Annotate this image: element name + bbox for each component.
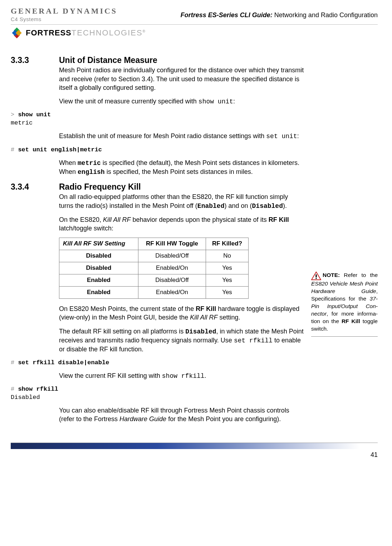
section-number: 3.3.4 [11,181,52,192]
body-text: View the unit of measure currently speci… [59,97,304,106]
body-text: You can also enable/disable RF kill thro… [59,406,304,424]
table-header-row: Kill All RF SW Setting RF Kill HW Toggle… [59,238,249,250]
body-text: On ES820 Mesh Points, the current state … [59,304,304,322]
footer-bar [11,443,378,449]
table-row: Enabled Disabled/Off Yes [59,274,249,287]
rfkill-table: Kill All RF SW Setting RF Kill HW Toggle… [59,238,249,299]
fortress-logo-bold: FORTRESS [26,28,72,37]
side-column: NOTE: Refer to the ES820 Vehicle Mesh Po… [311,50,378,428]
body-text: Mesh Point radios are individually confi… [59,66,304,92]
note-label: NOTE: [323,272,340,278]
header-title: Fortress ES-Series CLI Guide: Networking… [181,11,378,19]
body-text: Establish the unit of measure for Mesh P… [59,132,304,141]
cli-show-rfkill: # show rfkill Disabled [11,385,304,402]
header-title-plain: Networking and Radio Configuration [273,11,378,19]
section-number: 3.3.3 [11,55,52,66]
fortress-icon [11,27,23,39]
body-text: View the current RF Kill setting with sh… [59,371,304,380]
fortress-logo-light: TECHNOLOGIES [72,28,143,37]
section-334-heading: 3.3.4 Radio Frequency Kill [11,181,304,192]
page-number: 41 [11,450,378,459]
svg-point-6 [315,278,317,279]
table-row: Disabled Enabled/On Yes [59,262,249,274]
cli-show-unit: > show unit metric [11,111,304,127]
cli-set-unit: # set unit english|metric [11,146,304,154]
side-note-rule [311,336,378,337]
svg-rect-5 [315,274,317,277]
gd-logo: GENERAL DYNAMICS C4 Systems [11,7,117,23]
gd-logo-sub: C4 Systems [11,16,117,23]
header-title-italic: Fortress ES-Series CLI Guide: [181,11,273,19]
fortress-logo-row: FORTRESSTECHNOLOGIES® [11,27,378,39]
cli-set-rfkill: # set rfkill disable|enable [11,359,304,367]
gd-logo-top: GENERAL DYNAMICS [11,7,117,15]
body-text: When metric is specified (the default), … [59,159,304,177]
header-rule [11,24,378,25]
table-row: Disabled Disabled/Off No [59,250,249,262]
body-text: On the ES820, Kill All RF behavior depen… [59,215,304,233]
table-row: Enabled Enabled/On Yes [59,287,249,299]
section-333-heading: 3.3.3 Unit of Distance Measure [11,55,304,66]
page-header: GENERAL DYNAMICS C4 Systems Fortress ES-… [11,7,378,23]
side-note: NOTE: Refer to the ES820 Vehicle Mesh Po… [311,272,378,332]
section-title: Unit of Distance Measure [59,55,157,66]
body-text: On all radio-equipped platforms other th… [59,192,304,210]
section-title: Radio Frequency Kill [59,181,141,192]
body-text: The default RF kill setting on all platf… [59,327,304,354]
note-icon [311,272,321,280]
fortress-logo-text: FORTRESSTECHNOLOGIES® [26,28,146,38]
main-column: 3.3.3 Unit of Distance Measure Mesh Poin… [11,50,304,428]
